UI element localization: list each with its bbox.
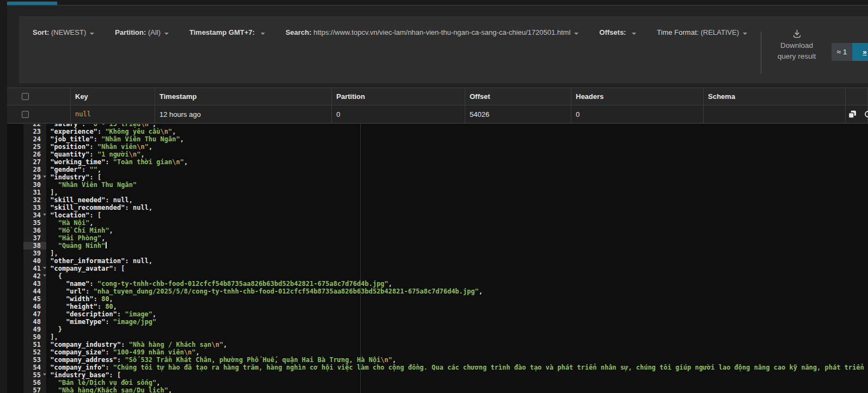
code-line[interactable]: 52 "company_size": "100-499 nhân viên\n"… [7,348,868,356]
code-line[interactable]: 24 "job_title": "Nhân Viên Thu Ngân", [7,135,868,143]
line-number: 54 [23,364,46,371]
code-text: "other_information": null, [46,257,868,265]
code-token: : [97,128,105,135]
code-token: "salary" [50,124,82,128]
code-token: , [180,135,184,143]
filter-search[interactable]: Search: https://www.topcv.vn/viec-lam/nh… [286,28,579,36]
code-token: : [105,348,113,356]
code-token: \n [380,356,388,364]
code-token: "gender" [50,166,82,173]
code-text: "company_avatar": [ [46,265,868,272]
column-header-schema: Schema [704,88,846,105]
line-number: 23 [23,128,46,135]
fold-arrow-icon[interactable] [43,267,46,269]
code-line[interactable]: 57 "Nhà hàng/Khách sạn/Du lịch", [7,386,868,393]
code-line[interactable]: 56 "Bán lẻ/Dịch vụ đời sống", [7,379,868,386]
fold-arrow-icon[interactable] [43,214,46,216]
json-message-editor[interactable]: 22 "salary": "8 - 15 triệu\n",23 "experi… [7,124,868,393]
filter-sort-value: (NEWEST) [51,28,86,36]
code-lines: 22 "salary": "8 - 15 triệu\n",23 "experi… [7,124,868,393]
line-number: 25 [23,143,46,151]
code-token: " [192,348,195,356]
code-token: : [105,158,113,166]
filter-timestamp[interactable]: Timestamp GMT+7: [189,28,265,36]
code-line[interactable]: 50 ], [7,333,868,341]
code-line[interactable]: 23 "experience": "Không yêu cầu\n", [7,128,868,135]
code-line[interactable]: 35 "Hà Nội", [7,219,868,227]
code-token: : [ [89,173,101,181]
code-line[interactable]: 27 "working_time": "Toàn thời gian\n", [7,158,868,166]
line-number: 46 [23,303,46,310]
code-text: "company_info": "Chúng tôi tự hào đã tạo… [46,364,868,371]
line-number: 30 [23,181,46,189]
next-page-button[interactable]: » [852,43,868,61]
code-line[interactable]: 44 "url": "nha_tuyen_dung/2025/5/8/cong-… [7,288,868,295]
code-line[interactable]: 54 "company_info": "Chúng tôi tự hào đã … [7,364,868,371]
code-line[interactable]: 22 "salary": "8 - 15 triệu\n", [7,124,868,128]
filter-time-format[interactable]: Time Format: (RELATIVE) [657,28,747,36]
code-token: "image/jpg" [113,318,156,326]
code-line[interactable]: 41 "company_avatar": [ [7,265,868,272]
filter-time-format-label: Time Format: [657,28,700,36]
code-line[interactable]: 26 "quantity": "1 người\n", [7,151,868,158]
line-number: 48 [23,318,46,326]
code-token: : [105,318,113,326]
code-line[interactable]: 48 "mimeType": "image/jpg" [7,318,868,326]
code-token: "Chúng tôi tự hào đã tạo ra hàng trăm, h… [113,364,864,371]
code-token: } [46,326,62,333]
filter-timestamp-label: Timestamp GMT+7: [189,28,257,36]
code-line[interactable]: 33 "skill_recommended": null, [7,204,868,211]
code-line[interactable]: 36 "Hồ Chí Minh", [7,227,868,234]
code-token: \n [137,143,144,151]
code-line[interactable]: 49 } [7,326,868,333]
code-line[interactable]: 42 { [7,272,868,280]
code-token: , [113,303,117,310]
code-line[interactable]: 51 "company_industry": "Nhà hàng / Khách… [7,341,868,348]
code-text: "skill_recommended": null, [46,204,868,211]
filter-sort[interactable]: Sort: (NEWEST) [33,28,94,36]
code-line[interactable]: 53 "company_address": "Số 532 Trần Khát … [7,356,868,364]
fold-arrow-icon[interactable] [43,176,46,178]
code-line[interactable]: 31 ], [7,189,868,196]
code-line[interactable]: 37 "Hải Phòng", [7,234,868,242]
column-header-actions [846,88,868,105]
filter-offsets[interactable]: Offsets: [599,28,636,36]
select-all-checkbox[interactable] [22,93,29,100]
code-line[interactable]: 32 "skill_needed": null, [7,196,868,204]
line-number: 33 [23,204,46,211]
code-token: "company_industry" [50,341,121,348]
code-line[interactable]: 40 "other_information": null, [7,257,868,265]
fold-arrow-icon[interactable] [43,275,46,277]
code-line[interactable]: 34 "location": [ [7,211,868,219]
code-line[interactable]: 55 "industry_base": [ [7,371,868,379]
code-text: "experience": "Không yêu cầu\n", [46,128,868,135]
code-token: "company_avatar" [50,265,113,272]
download-query-result-button[interactable]: Download query result [766,29,827,61]
code-line[interactable]: 30 "Nhân Viên Thu Ngân" [7,181,868,189]
code-text: "working_time": "Toàn thời gian\n", [46,158,868,166]
filter-partition[interactable]: Partition: (All) [115,28,169,36]
line-number: 49 [23,326,46,333]
copy-icon[interactable] [848,110,857,121]
chevron-down-icon [164,33,169,35]
code-line[interactable]: 29 "industry": [ [7,173,868,181]
code-line[interactable]: 25 "position": "Nhân viên\n", [7,143,868,151]
code-token [46,295,66,303]
code-token [46,219,58,227]
code-token: , [196,348,200,356]
code-line[interactable]: 47 "description": "image", [7,310,868,318]
code-line[interactable]: 43 "name": "cong-ty-tnhh-chb-food-012cfc… [7,280,868,288]
fold-arrow-icon[interactable] [43,373,46,376]
code-line[interactable]: 46 "height": 80, [7,303,868,310]
row-checkbox[interactable] [22,111,29,118]
code-token: 80 [101,295,109,303]
code-token: "location" [50,211,89,219]
code-token: , [97,166,101,173]
code-token: \n [140,124,148,128]
code-line[interactable]: 45 "width": 80, [7,295,868,303]
code-line[interactable]: 28 "gender": "", [7,166,868,173]
code-line[interactable]: 39 ], [7,249,868,257]
code-token: : [125,204,133,211]
code-line[interactable]: 38 "Quảng Ninh" [7,242,868,249]
view-message-icon[interactable] [864,110,868,120]
